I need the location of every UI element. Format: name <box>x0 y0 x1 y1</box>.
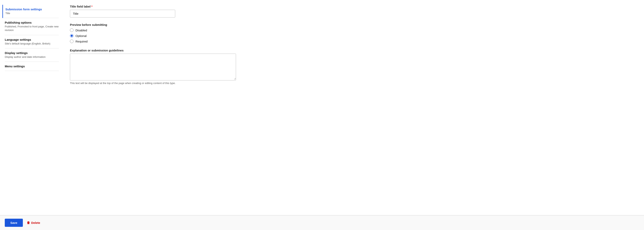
radio-disabled[interactable] <box>70 28 74 32</box>
title-field-label: Title field label * <box>70 5 236 8</box>
sidebar-item-language-settings[interactable]: Language settings Site's default languag… <box>5 35 59 48</box>
radio-option-optional[interactable]: Optional <box>70 34 236 38</box>
preview-label: Preview before submitting <box>70 23 236 26</box>
title-field-group: Title field label * <box>70 5 236 18</box>
sidebar-item-display-settings-title: Display settings <box>5 51 59 54</box>
preview-radio-group: Disabled Optional Required <box>70 28 236 43</box>
delete-label: Delete <box>31 221 40 224</box>
radio-label-disabled: Disabled <box>76 28 87 32</box>
sidebar-item-display-settings-subtitle: Display author and date information <box>5 55 59 59</box>
form-area: Title field label * Preview before submi… <box>64 5 242 210</box>
required-star: * <box>92 5 92 8</box>
page-container: Submission form settings Title Publishin… <box>0 0 644 230</box>
radio-option-required[interactable]: Required <box>70 40 236 43</box>
guidelines-hint: This text will be displayed at the top o… <box>70 82 236 84</box>
sidebar-item-submission-form-title: Submission form settings <box>5 8 59 11</box>
sidebar-item-publishing-options[interactable]: Publishing options Published, Promoted t… <box>5 18 59 35</box>
sidebar-item-language-settings-title: Language settings <box>5 38 59 41</box>
sidebar-item-submission-form[interactable]: Submission form settings Title <box>2 5 59 18</box>
radio-optional[interactable] <box>70 34 74 38</box>
radio-label-optional: Optional <box>76 34 86 38</box>
sidebar-item-language-settings-subtitle: Site's default language (English, Britis… <box>5 42 59 46</box>
guidelines-field-group: Explanation or submission guidelines Thi… <box>70 49 236 84</box>
radio-label-required: Required <box>76 40 88 43</box>
preview-field-group: Preview before submitting Disabled Optio… <box>70 23 236 43</box>
radio-required[interactable] <box>70 40 74 43</box>
sidebar-item-display-settings[interactable]: Display settings Display author and date… <box>5 48 59 62</box>
main-content: Submission form settings Title Publishin… <box>0 0 644 215</box>
sidebar-item-menu-settings[interactable]: Menu settings <box>5 62 59 71</box>
sidebar-item-publishing-options-subtitle: Published, Promoted to front page, Creat… <box>5 25 59 32</box>
title-field-label-text: Title field label <box>70 5 90 8</box>
sidebar-item-submission-form-subtitle: Title <box>5 12 59 15</box>
footer-bar: Save 🗑 Delete <box>0 215 644 230</box>
guidelines-box <box>70 54 236 80</box>
save-button[interactable]: Save <box>5 219 23 227</box>
guidelines-textarea[interactable] <box>70 54 236 80</box>
sidebar: Submission form settings Title Publishin… <box>0 5 64 210</box>
title-field-input[interactable] <box>70 10 175 18</box>
delete-button[interactable]: 🗑 Delete <box>27 221 40 225</box>
trash-icon: 🗑 <box>27 221 30 225</box>
sidebar-item-menu-settings-title: Menu settings <box>5 64 59 68</box>
guidelines-label: Explanation or submission guidelines <box>70 49 236 52</box>
sidebar-item-publishing-options-title: Publishing options <box>5 21 59 24</box>
radio-option-disabled[interactable]: Disabled <box>70 28 236 32</box>
